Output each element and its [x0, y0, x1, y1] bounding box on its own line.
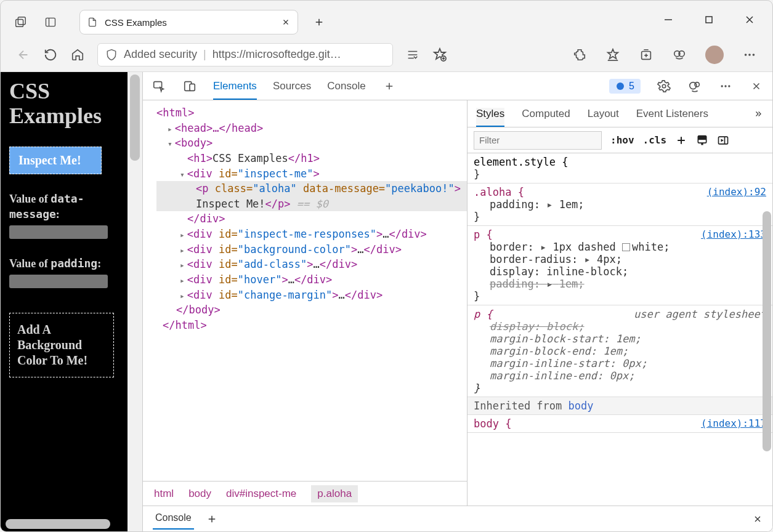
bc-p[interactable]: p.aloha [311, 485, 358, 502]
style-rules[interactable]: element.style {} (index):92 .aloha { pad… [467, 153, 772, 506]
horizontal-scrollbar[interactable] [6, 519, 110, 529]
cls-toggle[interactable]: .cls [643, 134, 667, 146]
svg-rect-2 [46, 18, 55, 26]
page-vertical-scrollbar[interactable] [127, 72, 142, 531]
feedback-icon[interactable] [687, 79, 702, 94]
add-drawer-tab-icon[interactable] [206, 514, 217, 525]
close-devtools-icon[interactable] [749, 79, 764, 94]
browser-toolbar: Added security | https://microsoftedge.g… [1, 38, 772, 71]
tab-sources[interactable]: Sources [273, 80, 311, 92]
svg-point-22 [724, 85, 726, 87]
svg-point-11 [745, 54, 747, 56]
more-tabs-icon[interactable] [753, 110, 764, 118]
padding-label: Value of padding: [9, 256, 119, 271]
svg-point-18 [662, 84, 666, 88]
svg-point-21 [721, 85, 723, 87]
drawer: Console [143, 506, 772, 531]
drawer-tab-console[interactable]: Console [153, 509, 194, 530]
svg-rect-14 [154, 81, 162, 87]
devtools-tabs: Elements Sources Console 5 [143, 72, 772, 100]
styles-filter-input[interactable] [474, 131, 602, 150]
styles-subtabs: Styles Computed Layout Event Listeners [467, 100, 772, 127]
source-link[interactable]: (index):117 [701, 417, 766, 429]
profile-avatar[interactable] [705, 46, 724, 64]
refresh-icon[interactable] [43, 47, 58, 62]
devtools-more-icon[interactable] [718, 79, 733, 94]
close-window-icon[interactable] [745, 15, 755, 25]
styles-toolbar: :hov .cls [467, 127, 772, 153]
svg-point-13 [753, 54, 755, 56]
shield-icon [105, 49, 118, 61]
tab-title: CSS Examples [105, 17, 274, 28]
svg-rect-25 [698, 135, 706, 140]
add-favorite-icon[interactable] [432, 47, 447, 62]
webpage-content: CSS Examples Inspect Me! Value of data-m… [1, 72, 127, 531]
collections-icon[interactable] [639, 47, 654, 62]
home-icon[interactable] [70, 47, 85, 62]
svg-rect-16 [190, 84, 195, 91]
dom-tree[interactable]: <html> <head>…</head> <body> <h1>CSS Exa… [143, 100, 467, 481]
add-tab-icon[interactable] [382, 79, 397, 94]
close-drawer-icon[interactable] [753, 514, 763, 524]
main-area: CSS Examples Inspect Me! Value of data-m… [1, 71, 772, 531]
more-icon[interactable] [742, 47, 757, 62]
subtab-styles[interactable]: Styles [476, 108, 504, 127]
page-icon [87, 17, 97, 28]
settings-icon[interactable] [657, 79, 671, 94]
subtab-computed[interactable]: Computed [522, 108, 570, 120]
browser-tab[interactable]: CSS Examples [79, 10, 298, 34]
svg-point-20 [695, 82, 699, 86]
svg-rect-26 [701, 143, 703, 145]
subtab-layout[interactable]: Layout [588, 108, 619, 120]
add-bg-box[interactable]: Add A Background Color To Me! [9, 313, 114, 377]
styles-scrollbar[interactable] [763, 211, 771, 506]
issues-count[interactable]: 5 [609, 79, 641, 94]
back-icon [16, 47, 31, 62]
favorites-icon[interactable] [605, 47, 620, 62]
browser-essentials-icon[interactable] [672, 47, 687, 62]
toggle-sidebar-icon[interactable] [717, 134, 729, 147]
tab-actions-icon[interactable] [13, 15, 28, 30]
bc-html[interactable]: html [154, 488, 174, 500]
address-bar[interactable]: Added security | https://microsoftedge.g… [97, 43, 393, 66]
svg-point-23 [728, 85, 730, 87]
computed-sidebar-icon[interactable] [696, 134, 708, 147]
source-link[interactable]: (index):92 [707, 186, 766, 198]
breadcrumb[interactable]: html body div#inspect-me p.aloha [143, 481, 467, 506]
browser-titlebar: CSS Examples [1, 1, 772, 38]
bc-div[interactable]: div#inspect-me [226, 488, 296, 500]
subtab-events[interactable]: Event Listeners [636, 108, 708, 120]
url-text: https://microsoftedge.git… [212, 48, 341, 61]
close-tab-icon[interactable] [281, 18, 290, 26]
devtools: Elements Sources Console 5 <html> <head>… [142, 72, 772, 531]
minimize-icon[interactable] [663, 15, 673, 25]
security-label: Added security [124, 48, 197, 61]
new-rule-icon[interactable] [675, 134, 687, 147]
window-controls [663, 15, 755, 25]
data-message-label: Value of data-message: [9, 191, 119, 222]
svg-rect-0 [16, 19, 23, 26]
new-tab-icon[interactable] [314, 17, 325, 28]
vertical-tabs-icon[interactable] [43, 15, 58, 30]
read-aloud-icon[interactable] [405, 47, 420, 62]
styles-panel: Styles Computed Layout Event Listeners :… [467, 100, 772, 506]
elements-panel: <html> <head>…</head> <body> <h1>CSS Exa… [143, 100, 467, 506]
bc-body[interactable]: body [188, 488, 211, 500]
device-toggle-icon[interactable] [182, 79, 197, 94]
maximize-icon[interactable] [704, 15, 714, 25]
svg-point-17 [617, 83, 624, 90]
tab-elements[interactable]: Elements [213, 80, 257, 100]
svg-rect-5 [706, 17, 712, 23]
tab-console[interactable]: Console [327, 80, 365, 92]
page-heading: CSS Examples [9, 79, 119, 128]
svg-point-12 [748, 54, 751, 56]
hov-toggle[interactable]: :hov [610, 134, 634, 146]
data-message-value-box [9, 225, 108, 239]
svg-rect-1 [18, 17, 25, 25]
padding-value-box [9, 275, 108, 288]
source-link[interactable]: (index):133 [701, 228, 766, 240]
inspect-me-element[interactable]: Inspect Me! [9, 147, 102, 174]
extensions-icon[interactable] [572, 47, 587, 62]
inspect-element-icon[interactable] [152, 79, 166, 94]
